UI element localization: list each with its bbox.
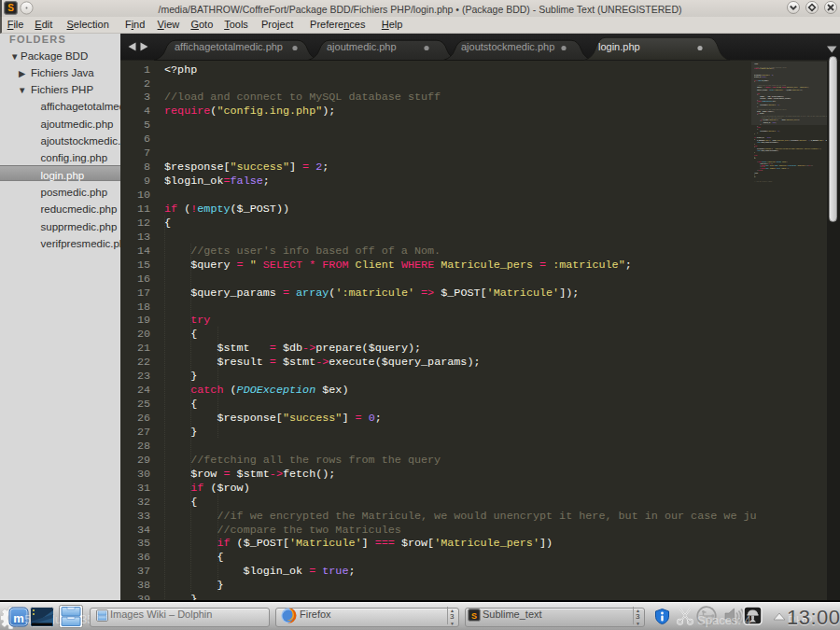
svg-text:S: S: [7, 3, 14, 13]
svg-text:login.php: login.php: [598, 41, 640, 52]
svg-text:affichagetotalmedic.php: affichagetotalmedic.php: [175, 41, 283, 52]
svg-text:ajoutstockmedic.php: ajoutstockmedic.php: [461, 41, 554, 52]
svg-text:ajoutmedic.php: ajoutmedic.php: [327, 41, 397, 52]
svg-text:m: m: [13, 611, 24, 625]
svg-text:S: S: [471, 611, 477, 621]
